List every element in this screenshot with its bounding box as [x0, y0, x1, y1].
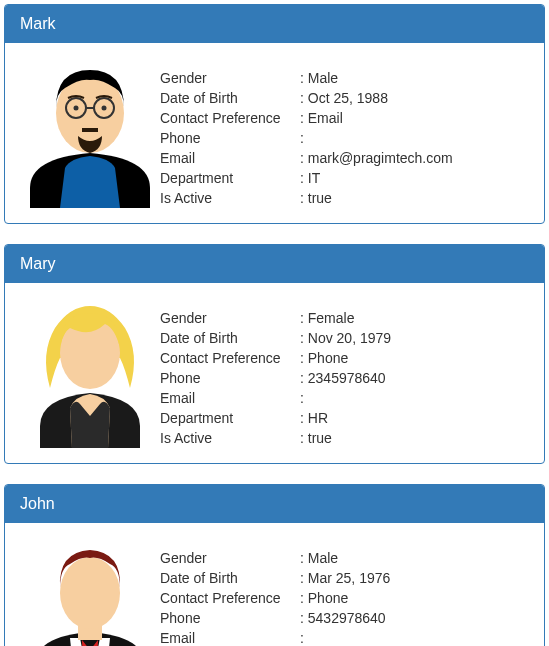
avatar-image-mary: [20, 298, 160, 448]
details: Gender Date of Birth Contact Preference …: [160, 58, 529, 208]
panel-body: Gender Date of Birth Contact Preference …: [5, 523, 544, 646]
employee-panel: John Gender Date of Birth Contact Prefer…: [4, 484, 545, 646]
value-email: : mark@pragimtech.com: [300, 148, 529, 168]
panel-heading: Mark: [5, 5, 544, 43]
employee-panel: Mark Gender Date o: [4, 4, 545, 224]
panel-body: Gender Date of Birth Contact Preference …: [5, 43, 544, 223]
label-gender: Gender: [160, 308, 300, 328]
panel-heading: John: [5, 485, 544, 523]
values-column: : Male : Mar 25, 1976 : Phone : 54329786…: [300, 548, 529, 646]
label-department: Department: [160, 408, 300, 428]
value-dob: : Oct 25, 1988: [300, 88, 529, 108]
avatar: [20, 298, 160, 448]
label-dob: Date of Birth: [160, 568, 300, 588]
value-dob: : Mar 25, 1976: [300, 568, 529, 588]
value-gender: : Male: [300, 548, 529, 568]
employee-name: Mark: [20, 15, 56, 32]
avatar-image-mark: [20, 58, 160, 208]
employee-panel: Mary Gender Date of Birth Contact Prefer…: [4, 244, 545, 464]
svg-rect-1: [82, 128, 98, 132]
label-email: Email: [160, 628, 300, 646]
label-phone: Phone: [160, 368, 300, 388]
label-phone: Phone: [160, 128, 300, 148]
label-contact-preference: Contact Preference: [160, 108, 300, 128]
details: Gender Date of Birth Contact Preference …: [160, 298, 529, 448]
value-email: :: [300, 628, 529, 646]
details: Gender Date of Birth Contact Preference …: [160, 538, 529, 646]
avatar: [20, 538, 160, 646]
labels-column: Gender Date of Birth Contact Preference …: [160, 68, 300, 208]
label-dob: Date of Birth: [160, 88, 300, 108]
label-dob: Date of Birth: [160, 328, 300, 348]
value-contact-preference: : Phone: [300, 588, 529, 608]
values-column: : Female : Nov 20, 1979 : Phone : 234597…: [300, 308, 529, 448]
label-contact-preference: Contact Preference: [160, 348, 300, 368]
avatar-image-john: [20, 538, 160, 646]
labels-column: Gender Date of Birth Contact Preference …: [160, 548, 300, 646]
label-department: Department: [160, 168, 300, 188]
label-gender: Gender: [160, 68, 300, 88]
employee-name: Mary: [20, 255, 56, 272]
labels-column: Gender Date of Birth Contact Preference …: [160, 308, 300, 448]
value-contact-preference: : Email: [300, 108, 529, 128]
svg-point-5: [74, 106, 79, 111]
values-column: : Male : Oct 25, 1988 : Email : : mark@p…: [300, 68, 529, 208]
label-email: Email: [160, 388, 300, 408]
value-dob: : Nov 20, 1979: [300, 328, 529, 348]
value-gender: : Female: [300, 308, 529, 328]
label-is-active: Is Active: [160, 428, 300, 448]
value-phone: :: [300, 128, 529, 148]
label-email: Email: [160, 148, 300, 168]
employee-name: John: [20, 495, 55, 512]
value-department: : IT: [300, 168, 529, 188]
svg-point-6: [102, 106, 107, 111]
value-email: :: [300, 388, 529, 408]
avatar: [20, 58, 160, 208]
label-is-active: Is Active: [160, 188, 300, 208]
label-gender: Gender: [160, 548, 300, 568]
value-is-active: : true: [300, 188, 529, 208]
label-phone: Phone: [160, 608, 300, 628]
value-department: : HR: [300, 408, 529, 428]
panel-body: Gender Date of Birth Contact Preference …: [5, 283, 544, 463]
value-contact-preference: : Phone: [300, 348, 529, 368]
value-phone: : 2345978640: [300, 368, 529, 388]
value-gender: : Male: [300, 68, 529, 88]
value-phone: : 5432978640: [300, 608, 529, 628]
svg-point-9: [60, 557, 120, 629]
label-contact-preference: Contact Preference: [160, 588, 300, 608]
panel-heading: Mary: [5, 245, 544, 283]
value-is-active: : true: [300, 428, 529, 448]
